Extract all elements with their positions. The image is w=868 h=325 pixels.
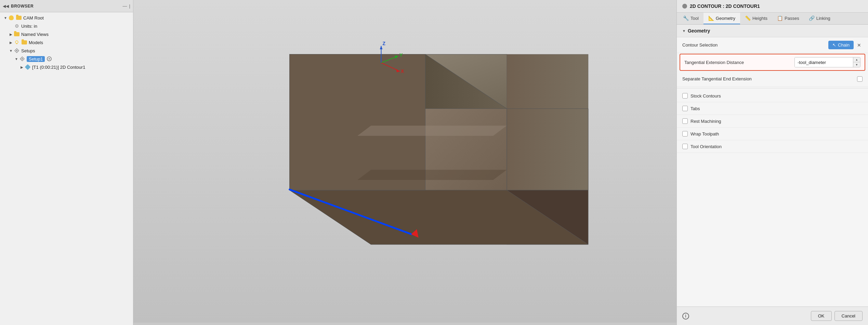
svg-marker-17 [357,170,507,180]
panel-content: ▼ Geometry Contour Selection ↖ Chain ✕ T… [677,25,868,307]
section-arrow-geometry: ▼ [682,29,686,33]
tool-tab-icon: 🔧 [683,15,689,21]
dialog-footer: i OK Cancel [677,307,868,325]
models-label: Models [29,40,43,45]
browser-controls: — | [123,3,130,9]
stock-contours-row[interactable]: Stock Contours [677,90,868,102]
viewport[interactable]: Z Y X [133,0,676,325]
rest-machining-label: Rest Machining [691,119,721,124]
tangential-extension-value: ▲ ▼ [794,57,860,67]
rest-machining-row[interactable]: Rest Machining [677,115,868,128]
dialog-title: 2D CONTOUR : 2D CONTOUR1 [690,3,760,9]
tree-item-setup1[interactable]: Setup1 [0,55,133,63]
svg-marker-10 [507,109,588,190]
target-icon-setup1 [46,56,52,62]
wrench-icon-setup1 [19,56,25,62]
tool-orientation-row[interactable]: Tool Orientation [677,140,868,153]
browser-panel: ◀◀ BROWSER — | CAM Root ⚙ Units: in [0,0,133,325]
spinner-up[interactable]: ▲ [853,57,860,62]
dialog-indicator [682,4,687,9]
tool-orientation-checkbox[interactable] [682,144,688,149]
bulb-icon [8,15,14,21]
chain-cursor-icon: ↖ [832,42,836,48]
tab-passes[interactable]: 📋 Passes [772,13,804,24]
wrench-icon-setups [14,48,20,54]
tree-item-cam-root[interactable]: CAM Root [0,14,133,22]
tab-heights-label: Heights [752,16,767,21]
divider-1 [677,88,868,88]
3d-canvas: Z Y X [133,0,676,323]
svg-text:Y: Y [399,52,403,58]
geometry-tab-icon: 📐 [708,15,714,21]
separate-tangential-label: Separate Tangential End Extension [682,76,857,81]
tree-item-models[interactable]: Models [0,38,133,47]
separate-tangential-checkbox[interactable] [857,76,863,82]
heights-tab-icon: 📏 [745,15,751,21]
named-views-label: Named Views [21,32,49,37]
tab-linking-label: Linking [816,16,830,21]
tab-bar: 🔧 Tool 📐 Geometry 📏 Heights 📋 Passes 🔗 L… [677,13,868,25]
tree-item-contour1[interactable]: [T1 (0:00:21)] 2D Contour1 [0,63,133,71]
tabs-row[interactable]: Tabs [677,102,868,115]
rest-machining-checkbox[interactable] [682,118,688,124]
tab-geometry-label: Geometry [716,16,735,21]
tab-linking[interactable]: 🔗 Linking [804,13,835,24]
dialog-header: 2D CONTOUR : 2D CONTOUR1 [677,0,868,13]
diamond-icon-contour1 [25,64,31,70]
browser-collapse-arrows[interactable]: ◀◀ [3,4,9,9]
contour1-label: [T1 (0:00:21)] 2D Contour1 [32,65,85,70]
svg-text:X: X [401,68,404,74]
tabs-checkbox[interactable] [682,106,688,111]
tree-item-units[interactable]: ⚙ Units: in [0,22,133,30]
units-label: Units: in [21,24,37,29]
folder-icon [16,15,22,21]
info-button[interactable]: i [682,313,689,320]
svg-text:Z: Z [382,41,385,46]
geometry-section-header[interactable]: ▼ Geometry [677,25,868,37]
setups-label: Setups [21,48,35,53]
chain-label: Chain [838,42,850,48]
tree-arrow-cam-root[interactable] [3,15,8,21]
tangential-extension-row: Tangential Extension Distance ▲ ▼ [680,54,865,71]
wrap-toolpath-checkbox[interactable] [682,131,688,136]
tab-heights[interactable]: 📏 Heights [740,13,772,24]
tree-arrow-setups[interactable] [8,48,14,53]
chain-button[interactable]: ↖ Chain [828,41,854,49]
folder-icon-models [21,39,27,46]
folder-icon-named-views [14,31,20,37]
stock-contours-checkbox[interactable] [682,93,688,99]
browser-minus-icon[interactable]: — [123,3,127,9]
tree-item-setups[interactable]: Setups [0,47,133,55]
bulb-icon-models [14,39,20,46]
separate-tangential-value [857,76,863,82]
spinner-down[interactable]: ▼ [853,62,860,67]
tab-geometry[interactable]: 📐 Geometry [703,13,740,24]
geometry-section-title: Geometry [688,28,710,34]
linking-tab-icon: 🔗 [809,15,815,21]
tree-arrow-contour1[interactable] [19,64,25,70]
stock-contours-label: Stock Contours [691,93,721,99]
tree-item-named-views[interactable]: Named Views [0,30,133,38]
separate-tangential-row: Separate Tangential End Extension [677,72,868,87]
browser-header: ◀◀ BROWSER — | [0,0,133,12]
tree-container: CAM Root ⚙ Units: in Named Views Model [0,12,133,325]
tree-arrow-named-views[interactable] [8,31,14,37]
tree-arrow-models[interactable] [8,40,14,45]
tree-arrow-setup1[interactable] [14,56,19,62]
info-symbol: i [685,314,686,318]
svg-point-3 [22,58,23,60]
browser-separator-icon: | [129,3,130,9]
chain-clear-button[interactable]: ✕ [856,42,863,49]
gear-icon-units: ⚙ [14,23,20,29]
contour-selection-row: Contour Selection ↖ Chain ✕ [677,37,868,53]
tab-tool[interactable]: 🔧 Tool [678,13,703,24]
ok-button[interactable]: OK [811,311,832,321]
passes-tab-icon: 📋 [777,15,783,21]
svg-marker-16 [357,126,507,136]
tab-passes-label: Passes [785,16,799,21]
contour-selection-label: Contour Selection [682,42,828,48]
wrap-toolpath-row[interactable]: Wrap Toolpath [677,128,868,140]
cancel-button[interactable]: Cancel [834,311,863,321]
tangential-input[interactable] [795,57,853,67]
tab-tool-label: Tool [691,16,699,21]
